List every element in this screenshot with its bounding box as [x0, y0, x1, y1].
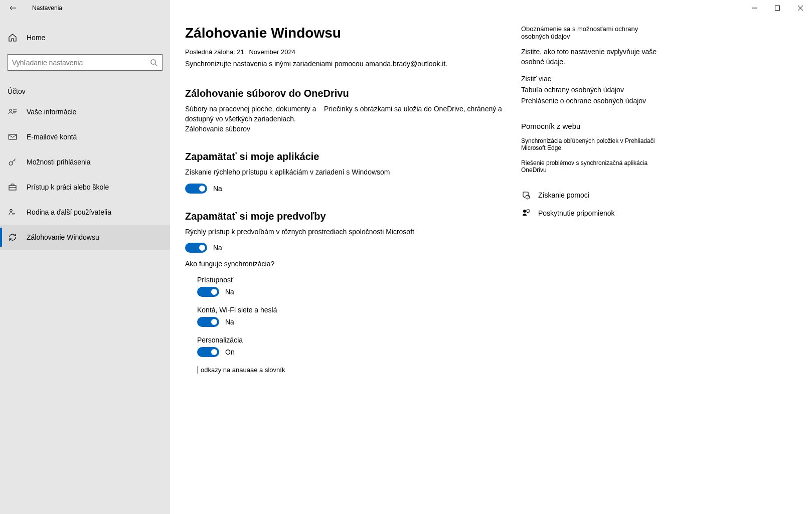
search-input[interactable]: [12, 59, 150, 67]
search-box[interactable]: [8, 54, 163, 71]
briefcase-icon: [8, 183, 18, 192]
svg-rect-9: [527, 210, 530, 212]
language-dictionary: odkazy na anauaae a slovník: [197, 366, 506, 374]
svg-point-3: [9, 162, 13, 165]
section-label-accounts: Účtov: [8, 87, 163, 95]
search-icon: [150, 59, 158, 67]
help-icon: [521, 191, 531, 200]
feedback-button[interactable]: Poskytnutie pripomienok: [521, 209, 667, 218]
last-backup: Posledná záloha: 21 November 2024: [185, 48, 506, 56]
web-help-onedrive[interactable]: Riešenie problémov s synchronizačná apli…: [521, 159, 667, 174]
mail-icon: [8, 132, 18, 141]
feedback-icon: [521, 209, 531, 218]
maximize-icon: [775, 6, 780, 11]
apps-section: Zapamätať si moje aplikácie Získanie rýc…: [185, 151, 506, 194]
web-help-title: Pomocník z webu: [521, 122, 667, 130]
web-help-edge[interactable]: Synchronizácia obľúbených položiek v Pre…: [521, 137, 667, 151]
sub-label: Personalizácia: [197, 336, 506, 344]
personalization-toggle-state: On: [225, 348, 235, 356]
nav-label: Prístup k práci alebo škole: [27, 183, 109, 191]
arrow-left-icon: [9, 4, 17, 12]
content: Zálohovanie Windowsu Posledná záloha: 21…: [170, 0, 521, 514]
privacy-link-dashboard[interactable]: Tabuľa ochrany osobných údajov: [521, 86, 667, 94]
svg-point-1: [10, 109, 12, 111]
accessibility-toggle-state: Na: [225, 288, 234, 296]
privacy-desc: Zistite, ako toto nastavenie ovplyvňuje …: [521, 47, 667, 67]
people-icon: [8, 208, 18, 217]
svg-point-0: [151, 59, 155, 64]
apps-toggle-state: Na: [213, 185, 222, 193]
back-button[interactable]: [5, 0, 21, 16]
home-label: Home: [27, 34, 45, 42]
sub-pref-accounts: Kontá, Wi-Fi siete a heslá Na: [197, 306, 506, 327]
privacy-link-statement[interactable]: Prehlásenie o ochrane osobných údajov: [521, 97, 667, 105]
feedback-label: Poskytnutie pripomienok: [538, 209, 615, 217]
svg-rect-6: [775, 6, 780, 11]
nav-item-family[interactable]: Rodina a ďalší používatelia: [0, 200, 170, 225]
minimize-button[interactable]: [743, 0, 766, 16]
page-title: Zálohovanie Windowsu: [185, 25, 506, 41]
accessibility-toggle[interactable]: [197, 287, 219, 297]
prefs-section: Zapamätať si moje predvoľby Rýchly príst…: [185, 211, 506, 374]
how-sync-link[interactable]: Ako funguje synchronizácia?: [185, 260, 506, 268]
person-card-icon: [8, 107, 18, 116]
onedrive-desc: Súbory na pracovnej ploche, dokumenty a …: [185, 104, 506, 124]
last-backup-date: November 2024: [249, 48, 295, 56]
accounts-toggle-state: Na: [225, 318, 234, 326]
home-icon: [8, 33, 18, 42]
window-controls: [743, 0, 812, 16]
nav-label: Zálohovanie Windowsu: [27, 233, 99, 241]
sub-pref-accessibility: Prístupnosť Na: [197, 276, 506, 297]
prefs-toggle-state: Na: [213, 244, 222, 252]
main-area: Zálohovanie Windowsu Posledná záloha: 21…: [170, 0, 812, 514]
last-backup-label: Posledná záloha: 21: [185, 48, 244, 56]
get-help-label: Získanie pomoci: [538, 191, 589, 199]
sync-description: Synchronizujte nastavenia s inými zariad…: [185, 60, 506, 68]
minimize-icon: [752, 6, 757, 11]
privacy-section: Oboznámenie sa s možnosťami ochrany osob…: [521, 25, 667, 105]
onedrive-section: Zálohovanie súborov do OneDrivu Súbory n…: [185, 88, 506, 133]
file-backup-link[interactable]: Zálohovanie súborov: [185, 125, 506, 133]
prefs-title: Zapamätať si moje predvoľby: [185, 211, 506, 222]
svg-point-5: [10, 209, 13, 212]
titlebar: Nastavenia: [0, 0, 170, 16]
app-title: Nastavenia: [32, 5, 62, 12]
personalization-toggle[interactable]: [197, 347, 219, 357]
accounts-toggle[interactable]: [197, 317, 219, 327]
close-icon: [798, 6, 803, 11]
prefs-toggle[interactable]: [185, 243, 207, 253]
nav-label: Rodina a ďalší používatelia: [27, 208, 111, 216]
sidebar: Nastavenia Home Účtov Vaše informácie E-…: [0, 0, 170, 514]
sub-label: Prístupnosť: [197, 276, 506, 284]
close-button[interactable]: [789, 0, 812, 16]
sub-pref-personalization: Personalizácia On: [197, 336, 506, 357]
nav-label: Vaše informácie: [27, 108, 76, 116]
home-button[interactable]: Home: [0, 25, 170, 50]
web-help-section: Pomocník z webu Synchronizácia obľúbenýc…: [521, 122, 667, 174]
nav-label: Možnosti prihlásenia: [27, 158, 91, 166]
nav-item-your-info[interactable]: Vaše informácie: [0, 99, 170, 124]
sub-label: Kontá, Wi-Fi siete a heslá: [197, 306, 506, 314]
privacy-title: Oboznámenie sa s možnosťami ochrany osob…: [521, 25, 667, 40]
key-icon: [8, 157, 18, 166]
right-panel: Oboznámenie sa s možnosťami ochrany osob…: [521, 0, 677, 514]
sync-icon: [8, 233, 18, 242]
apps-desc: Získanie rýchleho prístupu k aplikáciám …: [185, 167, 506, 178]
svg-point-8: [523, 210, 526, 213]
onedrive-title: Zálohovanie súborov do OneDrivu: [185, 88, 506, 99]
nav-item-backup[interactable]: Zálohovanie Windowsu: [0, 225, 170, 250]
nav-label: E-mailové kontá: [27, 133, 77, 141]
nav-item-signin[interactable]: Možnosti prihlásenia: [0, 149, 170, 175]
get-help-button[interactable]: Získanie pomoci: [521, 191, 667, 200]
nav-item-work-school[interactable]: Prístup k práci alebo škole: [0, 175, 170, 200]
search-wrapper: [8, 54, 163, 71]
svg-rect-2: [9, 134, 17, 139]
apps-toggle[interactable]: [185, 184, 207, 194]
apps-title: Zapamätať si moje aplikácie: [185, 151, 506, 162]
prefs-desc: Rýchly prístup k predvoľbám v rôznych pr…: [185, 227, 506, 237]
maximize-button[interactable]: [766, 0, 789, 16]
nav-item-email[interactable]: E-mailové kontá: [0, 124, 170, 149]
privacy-link-more[interactable]: Zistiť viac: [521, 75, 667, 83]
